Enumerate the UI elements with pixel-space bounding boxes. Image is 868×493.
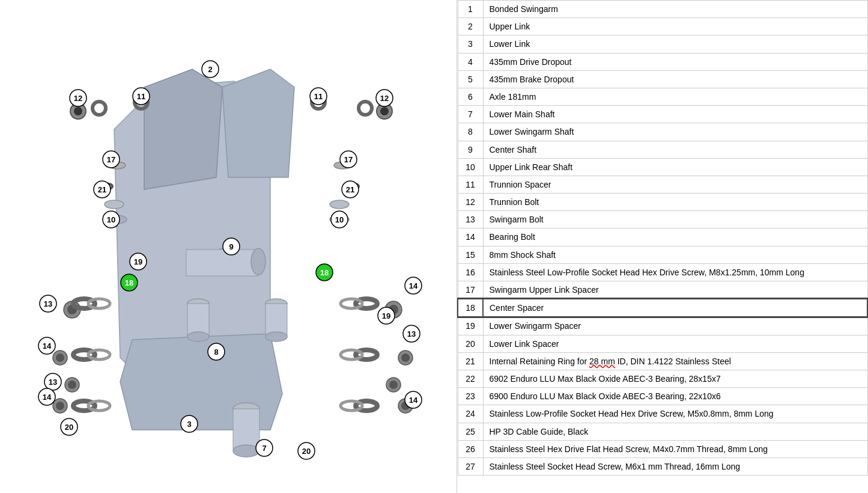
part-name: Lower Link — [483, 35, 867, 53]
svg-text:12: 12 — [380, 94, 389, 103]
svg-text:11: 11 — [314, 92, 323, 101]
svg-point-41 — [380, 107, 389, 115]
svg-point-15 — [56, 354, 64, 362]
table-row: 8Lower Swingarm Shaft — [458, 123, 867, 141]
svg-text:9: 9 — [229, 242, 233, 251]
table-row: 2Upper Link — [458, 18, 867, 35]
part-name: Center Shaft — [483, 141, 867, 158]
table-row: 9Center Shaft — [458, 141, 867, 158]
svg-point-33 — [341, 350, 362, 360]
part-name: Lower Main Shaft — [483, 106, 867, 123]
table-row: 1Bonded Swingarm — [458, 1, 867, 18]
part-number: 16 — [458, 263, 483, 281]
table-row: 11Trunnion Spacer — [458, 176, 867, 193]
part-name: Stainless Steel Hex Drive Flat Head Scre… — [483, 440, 867, 458]
svg-point-35 — [341, 401, 362, 411]
svg-point-27 — [401, 354, 410, 362]
part-number: 21 — [458, 352, 483, 370]
part-number: 9 — [458, 141, 483, 158]
part-name: Swingarm Bolt — [483, 211, 867, 228]
svg-text:20: 20 — [65, 423, 73, 432]
svg-text:14: 14 — [43, 393, 52, 402]
part-number: 12 — [458, 194, 483, 211]
table-row: 21Internal Retaining Ring for 28 mm ID, … — [458, 352, 867, 370]
part-name: 6902 Enduro LLU Max Black Oxide ABEC-3 B… — [483, 370, 867, 387]
svg-text:13: 13 — [407, 329, 416, 338]
part-name: Lower Swingarm Shaft — [483, 123, 867, 141]
table-row: 12Trunnion Bolt — [458, 194, 867, 211]
svg-text:19: 19 — [382, 311, 390, 320]
part-name: Upper Link Rear Shaft — [483, 158, 867, 176]
part-number: 25 — [458, 423, 483, 440]
svg-text:21: 21 — [98, 185, 106, 194]
part-number: 11 — [458, 176, 483, 193]
svg-text:19: 19 — [134, 257, 142, 266]
part-name: Internal Retaining Ring for 28 mm ID, DI… — [483, 352, 867, 370]
svg-text:8: 8 — [214, 348, 218, 357]
parts-table-area: 1Bonded Swingarm2Upper Link3Lower Link44… — [457, 0, 868, 493]
part-number: 27 — [458, 458, 483, 475]
svg-text:20: 20 — [302, 447, 311, 456]
table-row: 4435mm Drive Dropout — [458, 53, 867, 70]
svg-text:13: 13 — [44, 299, 52, 308]
part-name: Upper Link — [483, 18, 867, 35]
part-name: Stainless Steel Low-Profile Socket Head … — [483, 263, 867, 281]
svg-point-21 — [88, 350, 110, 360]
svg-point-53 — [68, 381, 76, 389]
table-row: 27Stainless Steel Socket Head Screw, M6x… — [458, 458, 867, 475]
table-row: 3Lower Link — [458, 35, 867, 53]
table-row: 19Lower Swingarm Spacer — [458, 317, 867, 335]
svg-point-37 — [74, 107, 82, 115]
part-number: 14 — [458, 228, 483, 246]
svg-text:17: 17 — [344, 155, 353, 164]
part-name: HP 3D Cable Guide, Black — [483, 423, 867, 440]
part-number: 8 — [458, 123, 483, 141]
part-name: Lower Link Spacer — [483, 335, 867, 352]
table-row: 10Upper Link Rear Shaft — [458, 158, 867, 176]
part-name: Lower Swingarm Spacer — [483, 317, 867, 335]
parts-table: 1Bonded Swingarm2Upper Link3Lower Link44… — [457, 0, 868, 476]
svg-point-11 — [251, 248, 266, 275]
table-row: 5435mm Brake Dropout — [458, 70, 867, 88]
svg-text:21: 21 — [346, 185, 354, 194]
part-name: Trunnion Bolt — [483, 194, 867, 211]
part-number: 23 — [458, 388, 483, 405]
table-row: 16Stainless Steel Low-Profile Socket Hea… — [458, 263, 867, 281]
table-row: 24Stainless Low-Profile Socket Head Hex … — [458, 405, 867, 423]
svg-text:18: 18 — [125, 278, 133, 287]
svg-point-23 — [88, 401, 110, 411]
part-number: 3 — [458, 35, 483, 53]
svg-text:12: 12 — [74, 94, 82, 103]
svg-text:17: 17 — [107, 155, 115, 164]
svg-point-42 — [359, 102, 372, 115]
svg-text:2: 2 — [208, 65, 212, 74]
table-row: 13Swingarm Bolt — [458, 211, 867, 228]
table-row: 25HP 3D Cable Guide, Black — [458, 423, 867, 440]
part-name: 6900 Enduro LLU Max Black Oxide ABEC-3 B… — [483, 388, 867, 405]
diagram-area: 2 3 7 8 9 10 10 11 11 12 12 13 — [0, 0, 457, 493]
part-number: 20 — [458, 335, 483, 352]
part-name: 8mm Shock Shaft — [483, 246, 867, 263]
table-row: 236900 Enduro LLU Max Black Oxide ABEC-3… — [458, 388, 867, 405]
svg-point-55 — [389, 381, 398, 389]
svg-point-17 — [56, 402, 64, 410]
part-number: 10 — [458, 158, 483, 176]
part-number: 4 — [458, 53, 483, 70]
part-number: 2 — [458, 18, 483, 35]
svg-text:18: 18 — [320, 268, 329, 277]
svg-text:14: 14 — [43, 341, 52, 351]
svg-point-50 — [330, 200, 349, 209]
part-name: 435mm Brake Dropout — [483, 70, 867, 88]
part-name: Bearing Bolt — [483, 228, 867, 246]
svg-rect-10 — [186, 250, 258, 276]
svg-point-38 — [93, 102, 106, 115]
part-number: 18 — [458, 299, 483, 317]
svg-point-31 — [341, 299, 362, 308]
part-name: Center Spacer — [483, 299, 867, 317]
svg-text:14: 14 — [409, 396, 418, 405]
svg-text:3: 3 — [187, 420, 191, 429]
part-name: 435mm Drive Dropout — [483, 53, 867, 70]
part-number: 7 — [458, 106, 483, 123]
part-number: 13 — [458, 211, 483, 228]
table-row: 18Center Spacer — [458, 299, 867, 317]
